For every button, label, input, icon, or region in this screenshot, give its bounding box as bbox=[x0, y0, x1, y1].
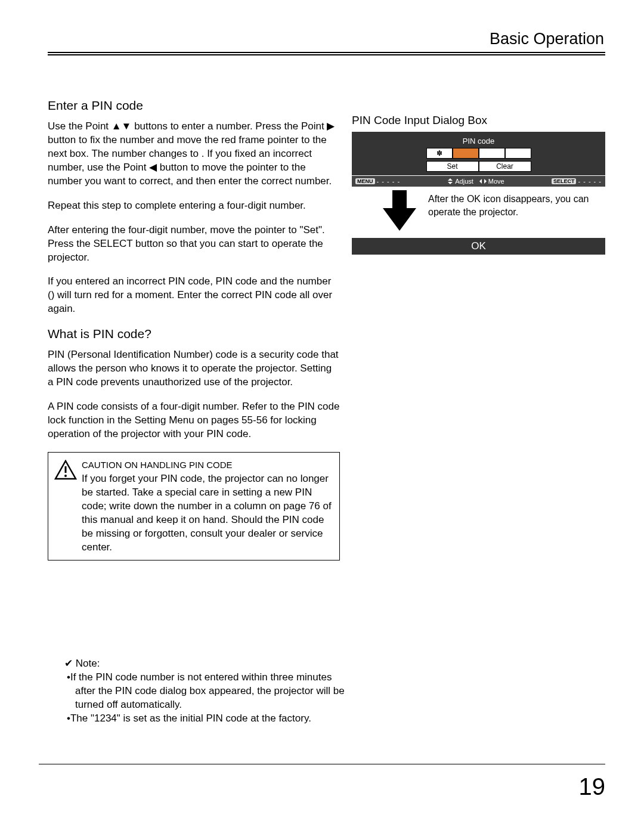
paragraph: After entering the four-digit number, mo… bbox=[48, 224, 340, 265]
hint-bar: MENU- - - - - Adjust Move SELECT- - - - … bbox=[352, 176, 605, 187]
dashes: - - - - - bbox=[578, 178, 602, 185]
caution-body: If you forget your PIN code, the project… bbox=[82, 473, 332, 553]
move-label: Move bbox=[488, 178, 504, 185]
adjust-hint: Adjust bbox=[447, 178, 473, 185]
down-arrow-icon bbox=[382, 190, 417, 234]
content-columns: Enter a PIN code Use the Point ▲▼ button… bbox=[48, 98, 605, 561]
svg-point-2 bbox=[64, 475, 67, 477]
set-button: Set bbox=[426, 161, 479, 172]
footer-rule bbox=[39, 764, 605, 764]
heading-what-is-pin: What is PIN code? bbox=[48, 327, 340, 341]
note-item: •If the PIN code number is not entered w… bbox=[64, 671, 345, 712]
paragraph: PIN (Personal Identification Number) cod… bbox=[48, 348, 340, 389]
pin-buttons-row: Set Clear bbox=[352, 161, 605, 172]
paragraph: Repeat this step to complete entering a … bbox=[48, 199, 340, 213]
pin-cells-row: ✽ bbox=[352, 148, 605, 159]
caution-box: CAUTION ON HANDLING PIN CODE If you forg… bbox=[48, 452, 340, 561]
heading-enter-pin: Enter a PIN code bbox=[48, 98, 340, 113]
page: Basic Operation Enter a PIN code Use the… bbox=[0, 0, 644, 833]
svg-marker-4 bbox=[448, 182, 453, 184]
select-tag: SELECT bbox=[552, 178, 577, 184]
caution-text: CAUTION ON HANDLING PIN CODE If you forg… bbox=[82, 459, 332, 555]
after-ok-text: After the OK icon disappears, you can op… bbox=[428, 193, 605, 218]
move-hint: Move bbox=[479, 178, 504, 185]
paragraph: Use the Point ▲▼ buttons to enter a numb… bbox=[48, 120, 340, 188]
pin-cell-3 bbox=[479, 148, 505, 159]
caution-title: CAUTION ON HANDLING PIN CODE bbox=[82, 460, 233, 470]
paragraph: If you entered an incorrect PIN code, PI… bbox=[48, 275, 340, 316]
dashes: - - - - - bbox=[377, 178, 401, 185]
left-column: Enter a PIN code Use the Point ▲▼ button… bbox=[48, 98, 340, 561]
menu-tag: MENU bbox=[355, 178, 375, 184]
clear-button: Clear bbox=[479, 161, 531, 172]
header-rule bbox=[48, 52, 605, 55]
notes-block: ✔ Note: •If the PIN code number is not e… bbox=[64, 657, 345, 726]
leftright-icon bbox=[479, 178, 487, 184]
pin-cell-1: ✽ bbox=[426, 148, 453, 159]
arrow-row: After the OK icon disappears, you can op… bbox=[352, 190, 605, 234]
svg-marker-5 bbox=[479, 179, 482, 184]
note-lead: ✔ Note: bbox=[64, 657, 345, 671]
svg-marker-6 bbox=[484, 179, 487, 184]
pin-cell-4 bbox=[505, 148, 531, 159]
pin-dialog: PIN code ✽ Set Clear bbox=[352, 132, 605, 175]
page-number: 19 bbox=[579, 773, 606, 800]
updown-icon bbox=[447, 178, 453, 184]
ok-bar: OK bbox=[352, 238, 605, 255]
section-header: Basic Operation bbox=[48, 30, 605, 51]
right-column: PIN Code Input Dialog Box PIN code ✽ Set… bbox=[352, 98, 605, 561]
pin-cell-2 bbox=[453, 148, 479, 159]
figure-caption: PIN Code Input Dialog Box bbox=[352, 114, 605, 127]
svg-marker-3 bbox=[448, 178, 453, 181]
svg-marker-7 bbox=[383, 190, 416, 231]
note-item: •The "1234" is set as the initial PIN co… bbox=[64, 712, 345, 726]
adjust-label: Adjust bbox=[455, 178, 473, 185]
pin-dialog-title: PIN code bbox=[352, 137, 605, 145]
warning-icon bbox=[54, 460, 77, 482]
paragraph: A PIN code consists of a four-digit numb… bbox=[48, 400, 340, 441]
